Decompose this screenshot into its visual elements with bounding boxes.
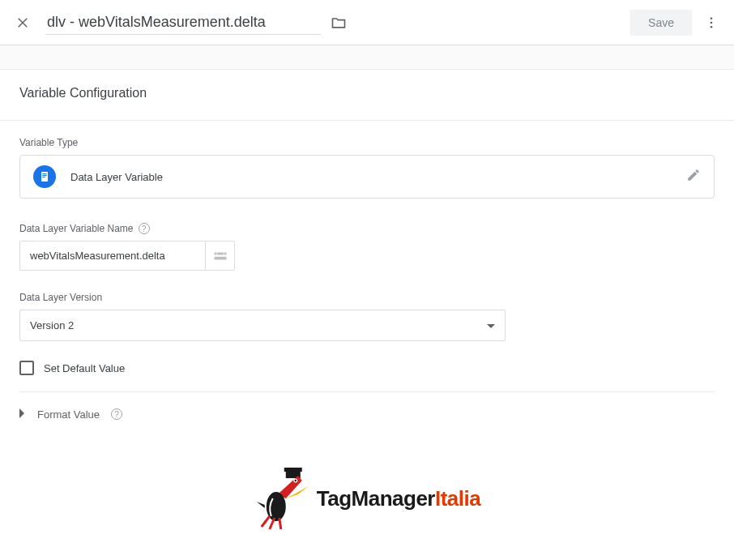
watermark-logo: TagManagerItalia — [254, 466, 480, 531]
woodpecker-icon — [254, 466, 310, 531]
svg-rect-8 — [217, 252, 224, 254]
format-value-toggle[interactable]: Format Value ? — [19, 407, 715, 421]
folder-icon[interactable] — [331, 15, 347, 31]
more-menu-button[interactable] — [702, 13, 721, 32]
version-select[interactable]: Version 2 — [19, 310, 506, 341]
data-layer-variable-name-input[interactable] — [19, 241, 206, 271]
variable-name-input[interactable] — [45, 11, 321, 35]
variable-type-label: Variable Type — [19, 137, 715, 148]
help-icon[interactable]: ? — [139, 223, 150, 234]
format-value-label: Format Value — [37, 408, 100, 421]
data-layer-icon — [33, 165, 56, 188]
svg-rect-11 — [284, 468, 302, 472]
svg-rect-6 — [42, 177, 45, 177]
edit-icon[interactable] — [686, 168, 701, 186]
version-label: Data Layer Version — [19, 292, 715, 303]
variable-type-name: Data Layer Variable — [70, 171, 163, 183]
set-default-checkbox[interactable] — [19, 361, 34, 375]
variable-name-label: Data Layer Variable Name ? — [19, 223, 715, 234]
chevron-right-icon — [19, 407, 26, 421]
svg-rect-9 — [224, 252, 226, 254]
panel-title: Variable Configuration — [19, 86, 715, 100]
close-button[interactable] — [13, 13, 32, 32]
variable-type-card[interactable]: Data Layer Variable — [19, 155, 715, 199]
chevron-down-icon — [487, 319, 495, 331]
svg-rect-4 — [42, 173, 46, 174]
svg-rect-10 — [214, 256, 226, 259]
svg-rect-5 — [42, 175, 46, 176]
variable-picker-button[interactable] — [206, 241, 235, 271]
svg-point-0 — [711, 17, 713, 19]
set-default-label: Set Default Value — [44, 362, 125, 374]
watermark-text: TagManagerItalia — [317, 486, 480, 511]
help-icon[interactable]: ? — [111, 408, 122, 420]
svg-point-14 — [295, 480, 297, 481]
svg-point-1 — [711, 21, 713, 24]
svg-rect-7 — [214, 252, 216, 254]
svg-point-2 — [711, 25, 713, 28]
save-button[interactable]: Save — [630, 10, 692, 36]
